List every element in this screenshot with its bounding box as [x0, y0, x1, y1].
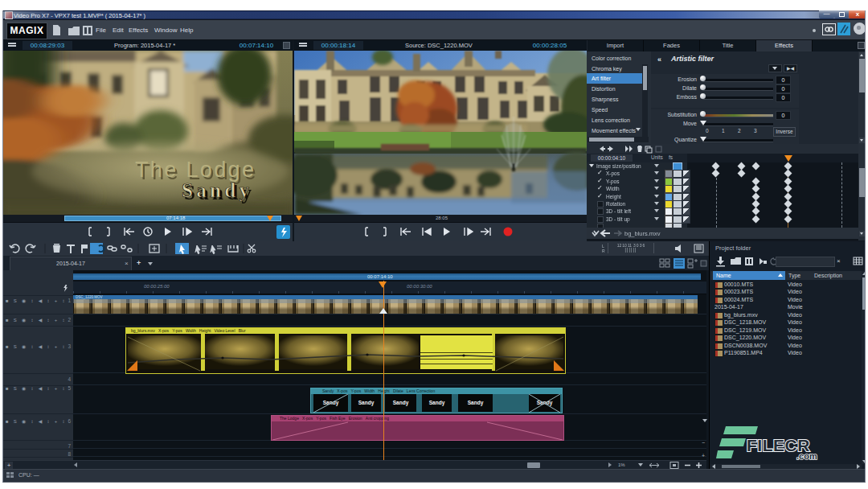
svg-text:bg_blurs.mxv: bg_blurs.mxv — [624, 230, 661, 237]
svg-text:Sandy: Sandy — [182, 179, 250, 201]
svg-text:.com: .com — [796, 451, 817, 461]
svg-text:The Lodge: The Lodge — [135, 158, 254, 182]
